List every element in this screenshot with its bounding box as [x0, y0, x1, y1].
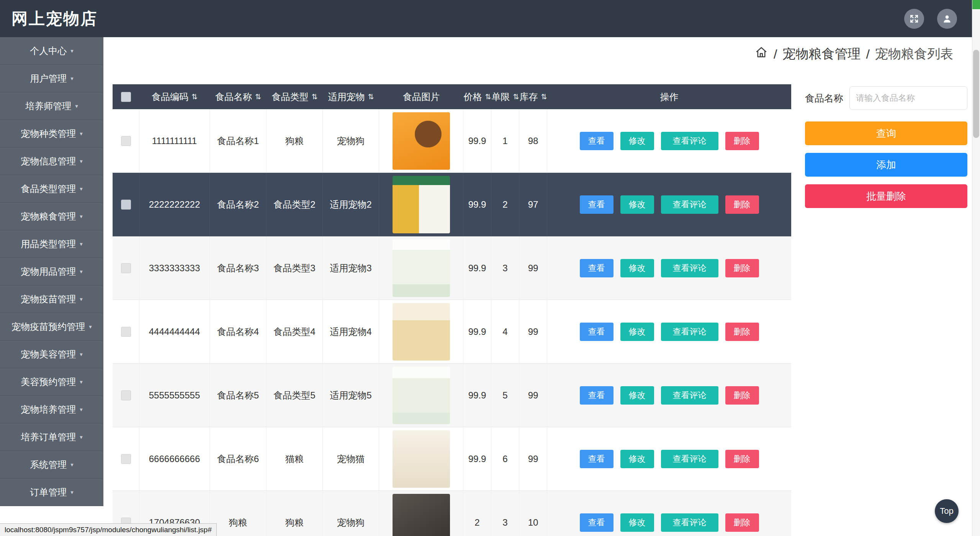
sidebar-item-1[interactable]: 用户管理▾	[0, 65, 103, 92]
table-body: 1111111111 食品名称1 狗粮 宠物狗 99.9 1 98 查看 修改 …	[113, 109, 791, 536]
sidebar-item-9[interactable]: 宠物疫苗管理▾	[0, 285, 103, 313]
row-checkbox[interactable]	[121, 454, 131, 464]
scrollbar-indicator	[972, 0, 980, 9]
sort-icon[interactable]: ⇅	[513, 92, 519, 101]
food-code-cell: 3333333333	[139, 236, 210, 300]
sidebar-item-5[interactable]: 食品类型管理▾	[0, 175, 103, 203]
column-header-1[interactable]: 食品编码⇅	[139, 84, 210, 109]
sidebar-item-label: 个人中心	[30, 45, 67, 57]
view-comments-button[interactable]: 查看评论	[661, 259, 718, 277]
select-all-checkbox[interactable]	[121, 92, 131, 102]
sidebar-item-6[interactable]: 宠物粮食管理▾	[0, 203, 103, 230]
delete-button[interactable]: 删除	[725, 513, 759, 532]
view-button[interactable]: 查看	[580, 513, 614, 532]
applicable-pet-cell: 适用宠物2	[323, 173, 379, 236]
row-checkbox[interactable]	[121, 390, 131, 400]
edit-button[interactable]: 修改	[620, 259, 654, 277]
stock-cell: 99	[519, 364, 547, 427]
column-header-6[interactable]: 价格⇅	[463, 84, 491, 109]
edit-button[interactable]: 修改	[620, 513, 654, 532]
column-header-label: 食品类型	[272, 91, 309, 103]
row-checkbox[interactable]	[121, 136, 131, 146]
search-row: 食品名称	[805, 86, 967, 110]
delete-button[interactable]: 删除	[725, 386, 759, 405]
sidebar-item-3[interactable]: 宠物种类管理▾	[0, 120, 103, 148]
row-checkbox[interactable]	[121, 327, 131, 337]
delete-button[interactable]: 删除	[725, 195, 759, 214]
sidebar-item-13[interactable]: 宠物培养管理▾	[0, 396, 103, 423]
column-header-label: 食品名称	[215, 91, 252, 103]
sidebar-item-16[interactable]: 订单管理▾	[0, 479, 103, 506]
sidebar-item-7[interactable]: 用品类型管理▾	[0, 230, 103, 258]
chevron-down-icon: ▾	[80, 158, 83, 165]
sort-icon[interactable]: ⇅	[191, 92, 198, 101]
sidebar-item-12[interactable]: 美容预约管理▾	[0, 368, 103, 396]
delete-button[interactable]: 删除	[725, 450, 759, 468]
sort-icon[interactable]: ⇅	[255, 92, 261, 101]
sidebar: 个人中心▾用户管理▾培养师管理▾宠物种类管理▾宠物信息管理▾食品类型管理▾宠物粮…	[0, 37, 103, 506]
batch-delete-button[interactable]: 批量删除	[805, 184, 967, 208]
scrollbar-thumb[interactable]	[973, 50, 979, 138]
view-button[interactable]: 查看	[580, 259, 614, 277]
column-header-4[interactable]: 适用宠物⇅	[323, 84, 379, 109]
view-button[interactable]: 查看	[580, 450, 614, 468]
table-row: 3333333333 食品名称3 食品类型3 适用宠物3 99.9 3 99 查…	[113, 236, 791, 300]
view-comments-button[interactable]: 查看评论	[661, 513, 718, 532]
column-header-7[interactable]: 单限⇅	[491, 84, 519, 109]
sort-icon[interactable]: ⇅	[368, 92, 374, 101]
user-icon[interactable]	[937, 9, 957, 29]
column-header-3[interactable]: 食品类型⇅	[267, 84, 323, 109]
back-to-top-button[interactable]: Top	[935, 499, 959, 523]
fullscreen-icon[interactable]	[904, 9, 924, 29]
row-checkbox-cell	[113, 109, 139, 173]
column-header-2[interactable]: 食品名称⇅	[210, 84, 267, 109]
sort-icon[interactable]: ⇅	[541, 92, 547, 101]
delete-button[interactable]: 删除	[725, 323, 759, 341]
sidebar-item-15[interactable]: 系统管理▾	[0, 451, 103, 479]
row-checkbox[interactable]	[121, 200, 131, 210]
column-header-8[interactable]: 库存⇅	[519, 84, 547, 109]
row-checkbox-cell	[113, 300, 139, 364]
sidebar-item-0[interactable]: 个人中心▾	[0, 37, 103, 65]
sort-icon[interactable]: ⇅	[312, 92, 318, 101]
sidebar-item-14[interactable]: 培养订单管理▾	[0, 423, 103, 451]
chevron-down-icon: ▾	[80, 351, 83, 358]
edit-button[interactable]: 修改	[620, 195, 654, 214]
food-name-cell: 食品名称1	[210, 109, 267, 173]
view-button[interactable]: 查看	[580, 386, 614, 405]
edit-button[interactable]: 修改	[620, 323, 654, 341]
edit-button[interactable]: 修改	[620, 386, 654, 405]
table-row: 4444444444 食品名称4 食品类型4 适用宠物4 99.9 4 99 查…	[113, 300, 791, 364]
breadcrumb-section[interactable]: 宠物粮食管理	[783, 45, 861, 63]
view-comments-button[interactable]: 查看评论	[661, 450, 718, 468]
view-comments-button[interactable]: 查看评论	[661, 323, 718, 341]
food-name-input[interactable]	[849, 86, 967, 110]
food-image-cell	[379, 109, 463, 173]
sidebar-item-10[interactable]: 宠物疫苗预约管理▾	[0, 313, 103, 341]
view-button[interactable]: 查看	[580, 195, 614, 214]
chevron-down-icon: ▾	[89, 323, 92, 330]
view-comments-button[interactable]: 查看评论	[661, 195, 718, 214]
add-button[interactable]: 添加	[805, 153, 967, 177]
view-comments-button[interactable]: 查看评论	[661, 132, 718, 150]
sidebar-item-11[interactable]: 宠物美容管理▾	[0, 341, 103, 368]
delete-button[interactable]: 删除	[725, 132, 759, 150]
product-image	[393, 494, 450, 536]
scrollbar[interactable]	[972, 0, 980, 536]
sidebar-item-2[interactable]: 培养师管理▾	[0, 92, 103, 120]
food-code-cell: 4444444444	[139, 300, 210, 364]
delete-button[interactable]: 删除	[725, 259, 759, 277]
row-checkbox[interactable]	[121, 263, 131, 273]
view-button[interactable]: 查看	[580, 132, 614, 150]
sort-icon[interactable]: ⇅	[485, 92, 491, 101]
edit-button[interactable]: 修改	[620, 132, 654, 150]
sidebar-item-8[interactable]: 宠物用品管理▾	[0, 258, 103, 285]
sidebar-item-4[interactable]: 宠物信息管理▾	[0, 148, 103, 175]
food-type-cell: 狗粮	[267, 109, 323, 173]
view-comments-button[interactable]: 查看评论	[661, 386, 718, 405]
edit-button[interactable]: 修改	[620, 450, 654, 468]
view-button[interactable]: 查看	[580, 323, 614, 341]
food-type-cell: 食品类型2	[267, 173, 323, 236]
home-icon[interactable]	[754, 46, 768, 62]
query-button[interactable]: 查询	[805, 121, 967, 145]
